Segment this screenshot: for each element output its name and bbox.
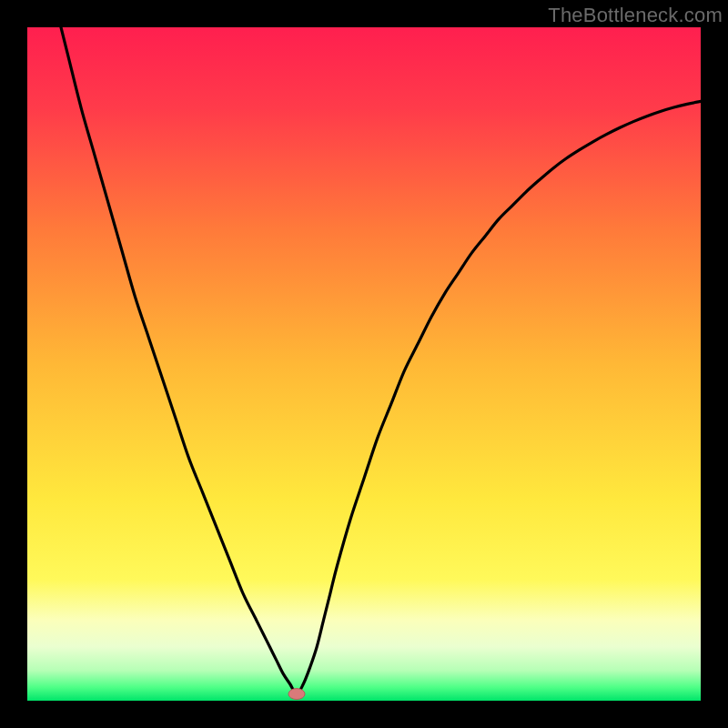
chart-svg bbox=[27, 27, 701, 701]
chart-frame: TheBottleneck.com bbox=[0, 0, 728, 728]
gradient-background bbox=[27, 27, 701, 701]
optimum-marker bbox=[288, 689, 305, 700]
plot-area bbox=[27, 27, 701, 701]
watermark-text: TheBottleneck.com bbox=[548, 4, 723, 27]
